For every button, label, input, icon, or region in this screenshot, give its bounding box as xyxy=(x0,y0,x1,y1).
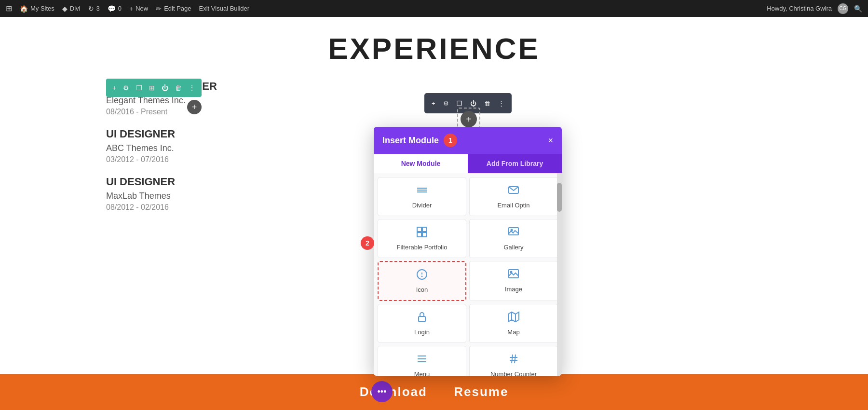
module-map[interactable]: Map xyxy=(469,304,558,343)
row-toggle-icon[interactable]: ⏻ xyxy=(158,81,172,95)
row-clone-icon[interactable]: ❐ xyxy=(133,81,146,95)
svg-rect-4 xyxy=(417,227,421,232)
svg-rect-5 xyxy=(422,227,427,232)
download-dots-button[interactable]: ••• xyxy=(371,381,393,402)
module-add-icon[interactable]: + xyxy=(428,97,439,109)
row-grid-icon[interactable]: ⊞ xyxy=(146,81,158,95)
svg-point-14 xyxy=(511,272,512,273)
email-optin-icon xyxy=(508,184,519,199)
job-title-1: PRODUCT DESIGNER xyxy=(106,80,772,93)
module-divider[interactable]: Divider xyxy=(378,177,466,216)
updates-count[interactable]: ↻ 3 xyxy=(88,5,100,13)
svg-rect-15 xyxy=(419,316,425,322)
module-login[interactable]: Login xyxy=(378,304,466,343)
filterable-portfolio-icon xyxy=(416,226,428,241)
edit-page-link[interactable]: ✏ Edit Page xyxy=(156,5,191,13)
login-label: Login xyxy=(414,328,430,336)
image-icon xyxy=(508,268,519,283)
row-add-icon[interactable]: + xyxy=(109,81,120,95)
module-number-counter[interactable]: Number Counter xyxy=(469,346,558,376)
panel-tabs: New Module Add From Library xyxy=(374,154,562,173)
tab-add-from-library[interactable]: Add From Library xyxy=(468,154,562,173)
module-image[interactable]: Image xyxy=(469,261,558,301)
svg-marker-16 xyxy=(508,312,519,322)
new-button[interactable]: + New xyxy=(129,5,148,13)
image-label: Image xyxy=(505,286,522,293)
admin-bar: ⊞ 🏠 My Sites ◆ Divi ↻ 3 💬 0 + New ✏ Edit… xyxy=(0,0,868,17)
divider-icon xyxy=(416,184,428,199)
login-icon xyxy=(416,311,428,326)
search-icon[interactable]: 🔍 xyxy=(854,5,862,13)
svg-rect-7 xyxy=(422,232,427,237)
module-more-icon[interactable]: ⋮ xyxy=(495,97,508,109)
svg-line-25 xyxy=(515,355,515,363)
filterable-portfolio-label: Filterable Portfolio xyxy=(397,244,448,251)
divi-menu[interactable]: ◆ Divi xyxy=(62,5,81,13)
insert-add-button[interactable]: + xyxy=(461,111,477,127)
divider-label: Divider xyxy=(412,202,432,209)
panel-header: Insert Module 1 × xyxy=(374,127,562,154)
gallery-icon xyxy=(508,226,519,241)
page-content: EXPERIENCE + ⚙ ❐ ⊞ ⏻ 🗑 ⋮ + PRODUCT DESIG… xyxy=(0,17,868,410)
download-bar: Download Resume ••• xyxy=(0,374,868,410)
module-email-optin[interactable]: Email Optin xyxy=(469,177,558,216)
panel-scrollbar[interactable] xyxy=(557,173,562,376)
panel-body: Divider Email Optin Filterable Portfolio xyxy=(374,173,562,376)
number-counter-label: Number Counter xyxy=(490,370,537,376)
panel-scrollbar-thumb xyxy=(557,183,562,212)
row-delete-icon[interactable]: 🗑 xyxy=(172,81,185,95)
email-optin-label: Email Optin xyxy=(497,202,529,209)
svg-line-24 xyxy=(512,355,513,363)
panel-close-button[interactable]: × xyxy=(548,136,553,145)
module-menu[interactable]: Menu xyxy=(378,346,466,376)
svg-rect-13 xyxy=(509,270,518,278)
map-icon xyxy=(508,311,519,326)
svg-point-9 xyxy=(511,230,513,231)
exit-visual-builder[interactable]: Exit Visual Builder xyxy=(199,5,250,12)
my-sites[interactable]: 🏠 My Sites xyxy=(20,5,54,13)
admin-bar-right: Howdy, Christina Gwira CG 🔍 xyxy=(767,3,862,14)
icon-module-icon xyxy=(416,269,428,283)
module-filterable-portfolio[interactable]: Filterable Portfolio xyxy=(378,219,466,258)
gallery-label: Gallery xyxy=(503,244,523,251)
howdy-text: Howdy, Christina Gwira xyxy=(767,5,832,12)
module-settings-icon[interactable]: ⚙ xyxy=(440,97,452,109)
insert-module-panel: Insert Module 1 × New Module Add From Li… xyxy=(374,127,562,376)
map-label: Map xyxy=(507,328,519,336)
row-more-icon[interactable]: ⋮ xyxy=(185,81,199,95)
menu-icon xyxy=(416,353,428,368)
panel-title: Insert Module xyxy=(382,136,439,146)
menu-label: Menu xyxy=(414,370,430,376)
module-gallery[interactable]: Gallery xyxy=(469,219,558,258)
row-add-button[interactable]: + xyxy=(187,100,202,114)
number-counter-icon xyxy=(508,353,519,368)
panel-title-row: Insert Module 1 xyxy=(382,134,457,147)
row-settings-icon[interactable]: ⚙ xyxy=(120,81,133,95)
module-icon[interactable]: Icon xyxy=(378,261,466,301)
icon-module-label: Icon xyxy=(416,286,428,293)
page-title: EXPERIENCE xyxy=(96,31,772,66)
svg-rect-6 xyxy=(417,232,421,237)
module-delete-icon[interactable]: 🗑 xyxy=(481,97,494,109)
svg-rect-8 xyxy=(509,228,518,235)
tab-new-module[interactable]: New Module xyxy=(374,154,468,173)
badge-2: 2 xyxy=(361,236,374,250)
wp-icon[interactable]: ⊞ xyxy=(6,4,12,13)
panel-badge: 1 xyxy=(444,134,457,147)
comments-count[interactable]: 💬 0 xyxy=(108,5,122,13)
row-toolbar: + ⚙ ❐ ⊞ ⏻ 🗑 ⋮ xyxy=(106,79,202,97)
avatar: CG xyxy=(838,3,848,14)
module-grid: Divider Email Optin Filterable Portfolio xyxy=(378,177,558,376)
